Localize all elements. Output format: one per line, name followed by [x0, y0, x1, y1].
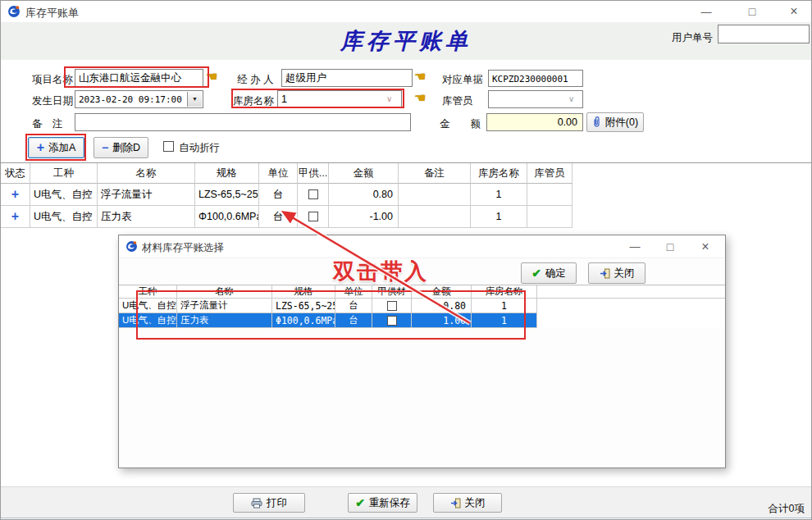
- col-header[interactable]: 库房名称: [471, 163, 527, 184]
- table-cell[interactable]: -1.00: [329, 206, 399, 228]
- add-button-label: 添加A: [48, 141, 75, 155]
- material-select-dialog: 材料库存平账选择 — □ × ✔ 确定 关闭 工种 名称 规格 单位 甲供材 金…: [118, 235, 726, 468]
- footer-close-label: 关闭: [465, 496, 486, 510]
- col-header[interactable]: 规格: [272, 285, 335, 299]
- col-header[interactable]: 名称: [177, 285, 272, 299]
- dialog-close-label: 关闭: [614, 267, 635, 281]
- dialog-maximize-icon[interactable]: □: [652, 235, 688, 258]
- col-header[interactable]: 甲供...: [298, 163, 329, 184]
- date-label: 发生日期: [32, 94, 73, 108]
- table-cell-filler: [537, 299, 725, 313]
- col-header-filler: [537, 285, 725, 299]
- handler-picker-hand-icon[interactable]: ☚: [414, 71, 426, 84]
- col-header[interactable]: 金额: [412, 285, 472, 299]
- table-cell[interactable]: U电气、自控及: [119, 313, 177, 328]
- delete-button-label: 删除D: [112, 141, 140, 155]
- check-icon: ✔: [531, 268, 541, 278]
- print-button[interactable]: 打印: [233, 493, 305, 513]
- col-header[interactable]: 库房名称: [472, 285, 537, 299]
- total-count: 合计0项: [706, 502, 805, 516]
- handler-input[interactable]: 超级用户: [281, 69, 413, 87]
- table-cell[interactable]: 1: [472, 313, 537, 328]
- table-cell[interactable]: 压力表: [98, 206, 195, 228]
- owner-supplied-checkbox[interactable]: [372, 299, 412, 313]
- warehouse-chevron-icon[interactable]: ∨: [386, 94, 392, 103]
- table-cell[interactable]: 1: [471, 184, 527, 206]
- window-titlebar: 库存平账单 — □ ×: [1, 1, 811, 23]
- delete-button[interactable]: − 删除D: [94, 137, 148, 158]
- warehouse-picker-hand-icon[interactable]: ☚: [414, 92, 426, 105]
- table-cell[interactable]: [399, 206, 471, 228]
- col-header[interactable]: 工种: [119, 285, 177, 299]
- dialog-ok-button[interactable]: ✔ 确定: [521, 262, 577, 284]
- table-cell[interactable]: 台: [335, 313, 372, 328]
- table-cell[interactable]: 浮子流量计: [98, 184, 195, 206]
- app-logo-icon: [125, 240, 138, 253]
- minimize-icon[interactable]: —: [688, 1, 724, 22]
- table-cell[interactable]: LZS-65,5~25m: [195, 184, 259, 206]
- col-header[interactable]: 单位: [259, 163, 298, 184]
- col-header[interactable]: 备注: [399, 163, 471, 184]
- project-picker-hand-icon[interactable]: ☚: [206, 71, 217, 84]
- resave-label: 重新保存: [369, 496, 410, 510]
- dialog-title: 材料库存平账选择: [142, 241, 224, 255]
- printer-icon: [251, 498, 262, 509]
- amount-input[interactable]: 0.00: [486, 113, 583, 131]
- table-cell[interactable]: 1: [472, 299, 537, 313]
- project-input[interactable]: 山东港口航运金融中心: [75, 69, 203, 87]
- paperclip-icon: [592, 116, 601, 128]
- col-header[interactable]: 状态: [1, 163, 30, 184]
- table-cell[interactable]: [527, 184, 573, 206]
- col-header[interactable]: 库管员: [527, 163, 573, 184]
- doc-no-input[interactable]: KCPZD230000001: [488, 70, 583, 87]
- row-status-icon: +: [1, 206, 30, 228]
- maximize-icon[interactable]: □: [734, 1, 770, 22]
- print-label: 打印: [267, 496, 287, 510]
- table-cell[interactable]: U电气、自控: [30, 206, 98, 228]
- owner-supplied-checkbox[interactable]: [298, 206, 329, 228]
- table-cell[interactable]: Φ100,0.6MPa,: [195, 206, 259, 228]
- dialog-close-button[interactable]: 关闭: [588, 262, 645, 284]
- table-cell[interactable]: 压力表: [177, 313, 272, 328]
- table-cell[interactable]: -0.80: [412, 299, 472, 313]
- table-cell[interactable]: 0.80: [329, 184, 399, 206]
- table-cell[interactable]: 台: [335, 299, 372, 313]
- table-cell[interactable]: [399, 184, 471, 206]
- col-header[interactable]: 规格: [195, 163, 259, 184]
- autowrap-checkbox[interactable]: [163, 141, 174, 152]
- dialog-minimize-icon[interactable]: —: [617, 235, 653, 258]
- date-combo[interactable]: 2023-02-20 09:17:00 ▼: [75, 90, 203, 108]
- table-cell[interactable]: [527, 206, 573, 228]
- col-header[interactable]: 名称: [98, 163, 195, 184]
- attachment-button[interactable]: 附件(0): [586, 112, 644, 132]
- keeper-chevron-icon[interactable]: ∨: [568, 94, 574, 103]
- table-cell[interactable]: U电气、自控: [30, 184, 98, 206]
- owner-supplied-checkbox[interactable]: [372, 313, 412, 328]
- table-cell[interactable]: Φ100,0.6MPa: [272, 313, 335, 328]
- col-header[interactable]: 甲供材: [372, 285, 412, 299]
- table-cell[interactable]: 浮子流量计: [177, 299, 272, 313]
- exit-door-icon: [450, 498, 461, 509]
- inventory-balance-window: 库存平账单 — □ × 库存平账单 用户单号 项目名称 山东港口航运金融中心 ☚…: [0, 0, 812, 520]
- close-icon[interactable]: ×: [776, 1, 812, 22]
- close-button[interactable]: 关闭: [433, 493, 502, 513]
- row-status-icon: +: [1, 184, 30, 206]
- col-header[interactable]: 金额: [329, 163, 399, 184]
- table-cell[interactable]: 台: [259, 184, 298, 206]
- col-header[interactable]: 工种: [30, 163, 98, 184]
- resave-button[interactable]: ✔ 重新保存: [348, 493, 417, 513]
- col-header[interactable]: 单位: [335, 285, 372, 299]
- table-cell[interactable]: 1.00: [412, 313, 472, 328]
- table-cell[interactable]: U电气、自控及: [119, 299, 177, 313]
- owner-supplied-checkbox[interactable]: [298, 184, 329, 206]
- remark-input[interactable]: [75, 113, 411, 131]
- table-cell[interactable]: LZS-65,5~25m:: [272, 299, 335, 313]
- doc-no-label: 对应单据: [442, 73, 483, 87]
- add-button[interactable]: + 添加A: [28, 137, 84, 158]
- dialog-close-icon[interactable]: ×: [687, 235, 723, 258]
- warehouse-input[interactable]: 1: [277, 90, 402, 108]
- table-cell[interactable]: 1: [471, 206, 527, 228]
- autowrap-label: 自动折行: [179, 141, 220, 155]
- table-cell[interactable]: 台: [259, 206, 298, 228]
- date-dropdown-icon[interactable]: ▼: [187, 92, 202, 107]
